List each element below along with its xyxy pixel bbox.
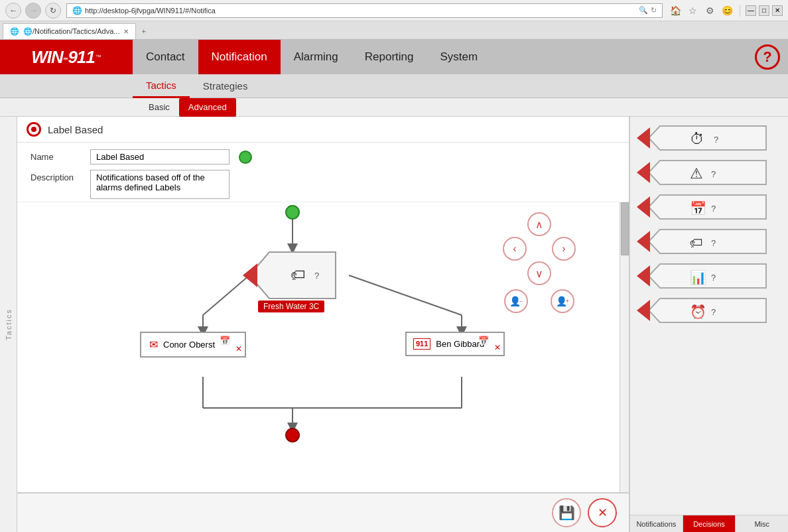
- svg-marker-11: [243, 263, 257, 287]
- name-label: Name: [31, 152, 84, 162]
- rp-icon-tag: 🏷: [690, 235, 703, 251]
- rp-q-chart: ?: [711, 273, 716, 283]
- label-based-radio[interactable]: [27, 122, 41, 137]
- contact-box-ben[interactable]: 911 Ben Gibbard 📅 ✕: [405, 332, 505, 356]
- sub-nav: Tactics Strategies: [0, 74, 788, 98]
- tab-tactics[interactable]: Tactics: [133, 74, 190, 98]
- window-close-btn[interactable]: ✕: [772, 5, 783, 16]
- rp-q-alert: ?: [711, 169, 716, 179]
- cancel-button[interactable]: ✕: [588, 498, 617, 527]
- calendar-icon-ben[interactable]: 📅: [478, 336, 489, 346]
- rp-item-alert-check[interactable]: ⚠ ?: [637, 158, 781, 190]
- search-icon: 🔍: [639, 6, 648, 15]
- svg-marker-21: [637, 265, 650, 287]
- flow-area: 🏷 ? Fresh Water 3C ✉ Conor Oberst 📅 ✕ 91…: [17, 202, 629, 492]
- browser-tab[interactable]: 🌐 🌐/Notification/Tactics/Adva... ✕: [3, 23, 136, 39]
- address-bar[interactable]: 🌐 http://desktop-6jfvpga/WIN911/#/Notifi…: [66, 3, 663, 18]
- rp-icon-alarm: ⏰: [690, 304, 706, 320]
- svg-marker-22: [649, 299, 766, 322]
- tab-basic[interactable]: Basic: [139, 98, 179, 117]
- nav-down-btn[interactable]: ∨: [527, 261, 551, 285]
- nav-controls-group: ∧ ‹ › ∨ 👤− 👤+: [503, 212, 576, 315]
- rp-item-tag-check[interactable]: 🏷 ?: [637, 227, 781, 259]
- calendar-icon-conor[interactable]: 📅: [220, 336, 230, 346]
- contact1-name: Conor Oberst: [163, 340, 215, 350]
- window-max-btn[interactable]: □: [759, 5, 769, 16]
- tab-advanced[interactable]: Advanced: [179, 98, 236, 117]
- win911-icon: 911: [413, 338, 430, 350]
- rp-icon-calendar: 📅: [690, 200, 706, 216]
- decision-q-mark: ?: [314, 271, 319, 281]
- new-tab-btn[interactable]: +: [136, 23, 151, 39]
- nav-home-btn[interactable]: 🏠: [668, 3, 683, 18]
- add-user-btn[interactable]: 👤+: [551, 289, 574, 313]
- tab-favicon: 🌐: [10, 27, 19, 36]
- sub-nav2: Basic Advanced: [0, 98, 788, 117]
- nav-notification[interactable]: Notification: [198, 40, 281, 74]
- scrollbar-thumb[interactable]: [621, 202, 629, 255]
- contact-box-conor[interactable]: ✉ Conor Oberst 📅 ✕: [140, 332, 246, 358]
- app-logo: WIN-911: [31, 47, 95, 68]
- save-icon: 💾: [558, 505, 575, 521]
- rp-tab-notifications[interactable]: Notifications: [630, 515, 683, 532]
- remove-ben-btn[interactable]: ✕: [494, 343, 501, 352]
- nav-left-btn[interactable]: ‹: [503, 237, 527, 261]
- nav-reporting[interactable]: Reporting: [352, 40, 427, 74]
- browser-refresh-btn[interactable]: ↻: [45, 3, 61, 19]
- tab-close-btn[interactable]: ✕: [123, 28, 129, 35]
- refresh-icon: ↻: [651, 6, 657, 15]
- nav-emoji-btn[interactable]: 😊: [720, 3, 734, 18]
- help-button[interactable]: ?: [755, 44, 780, 70]
- description-input[interactable]: Notifications based off of the alarms de…: [90, 170, 230, 199]
- rp-tab-misc[interactable]: Misc: [736, 515, 788, 532]
- tab-label: 🌐/Notification/Tactics/Adva...: [23, 27, 119, 36]
- flow-start-dot: [285, 205, 300, 220]
- form-fields: Name Description Notifications based off…: [17, 143, 629, 202]
- nav-up-btn[interactable]: ∧: [527, 212, 551, 236]
- remove-conor-btn[interactable]: ✕: [235, 344, 242, 354]
- rp-item-clock-check[interactable]: ⏱ ?: [637, 123, 781, 155]
- window-min-btn[interactable]: —: [746, 5, 756, 16]
- svg-marker-12: [649, 126, 766, 150]
- rp-item-alarm-check[interactable]: ⏰ ?: [637, 296, 781, 328]
- browser-tab-bar: 🌐 🌐/Notification/Tactics/Adva... ✕ +: [0, 21, 788, 40]
- form-title: Label Based: [48, 124, 103, 135]
- svg-marker-14: [649, 161, 766, 184]
- name-input[interactable]: [90, 149, 230, 165]
- main-content: Tactics Label Based Name Description Not…: [0, 117, 788, 532]
- rp-item-chart-check[interactable]: 📊 ?: [637, 261, 781, 293]
- form-header: Label Based: [17, 117, 629, 143]
- svg-marker-13: [637, 127, 650, 149]
- main-panel: Label Based Name Description Notificatio…: [17, 117, 629, 532]
- nav-settings-btn[interactable]: ⚙: [702, 3, 717, 18]
- rp-q-clock: ?: [714, 135, 718, 145]
- svg-marker-19: [637, 231, 650, 252]
- logo-trademark: ™: [96, 54, 101, 60]
- save-button[interactable]: 💾: [552, 498, 581, 527]
- rp-q-alarm: ?: [711, 307, 716, 317]
- rp-icon-alert: ⚠: [690, 165, 703, 182]
- browser-back-btn[interactable]: ←: [5, 3, 21, 19]
- nav-contact[interactable]: Contact: [133, 40, 198, 74]
- nav-alarming[interactable]: Alarming: [281, 40, 352, 74]
- nav-right-btn[interactable]: ›: [552, 237, 576, 261]
- rp-icon-chart: 📊: [690, 269, 706, 285]
- rp-icon-clock: ⏱: [690, 131, 704, 148]
- decision-icon: 🏷: [291, 267, 305, 284]
- status-dot-green: [239, 151, 252, 164]
- rp-item-calendar-check[interactable]: 📅 ?: [637, 192, 781, 224]
- decision-label-tooltip: Fresh Water 3C: [258, 300, 324, 312]
- rp-tab-decisions[interactable]: Decisions: [683, 515, 736, 532]
- nav-system[interactable]: System: [427, 40, 492, 74]
- tab-strategies[interactable]: Strategies: [190, 74, 261, 98]
- remove-user-btn[interactable]: 👤−: [504, 289, 528, 313]
- contact2-name: Ben Gibbard: [436, 339, 484, 349]
- cancel-icon: ✕: [598, 505, 608, 520]
- browser-forward-btn[interactable]: →: [25, 3, 41, 19]
- bottom-action-bar: 💾 ✕: [17, 492, 629, 532]
- scrollbar-track: [620, 202, 629, 492]
- nav-star-btn[interactable]: ☆: [685, 3, 700, 18]
- email-icon: ✉: [149, 338, 158, 351]
- flow-decision-diamond[interactable]: 🏷 ?: [243, 249, 342, 302]
- name-row: Name: [31, 149, 616, 165]
